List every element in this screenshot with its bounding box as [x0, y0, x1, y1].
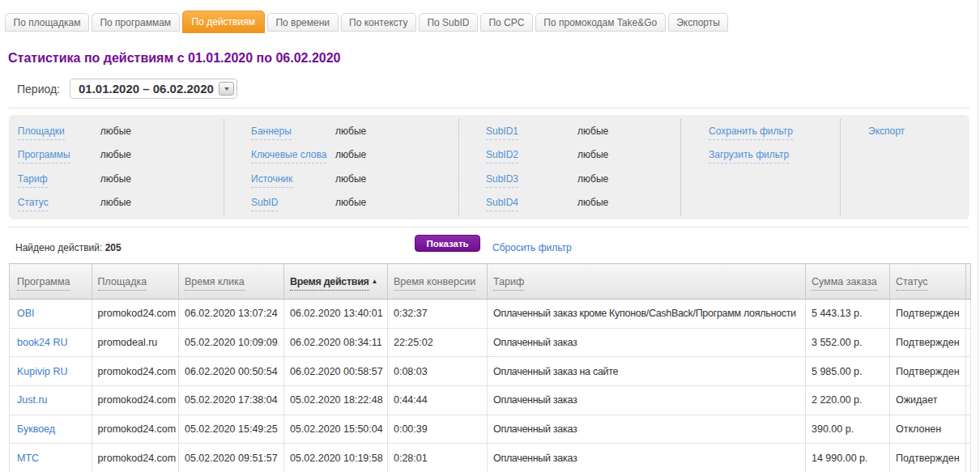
- table-header-row: ПрограммаПлощадкаВремя кликаВремя действ…: [10, 264, 971, 300]
- program-link[interactable]: Just.ru: [17, 394, 48, 406]
- cell-order-amount: 3 552.00 р.: [805, 328, 889, 357]
- cell-program: book24 RU: [10, 328, 92, 357]
- filter-column-separator: [458, 119, 459, 215]
- program-link[interactable]: МТС: [17, 453, 39, 464]
- filter-panel: ПлощадкилюбыеПрограммылюбыеТарифлюбыеСта…: [9, 115, 969, 219]
- date-range-input[interactable]: 01.01.2020 – 06.02.2020: [70, 79, 237, 99]
- filter-value-subid4: любые: [577, 197, 608, 208]
- tab-exports[interactable]: Экспорты: [668, 13, 729, 32]
- cell-platform: promokod24.com: [92, 415, 178, 444]
- cell-status: Подтвержден: [889, 328, 965, 357]
- filter-link-programs[interactable]: Программы: [18, 149, 70, 164]
- cell-platform: promokod24.com: [92, 444, 178, 472]
- tab-by-platforms[interactable]: По площадкам: [5, 13, 89, 32]
- tab-by-programs[interactable]: По программам: [92, 13, 180, 32]
- cell-order-amount: 14 990.00 р.: [805, 444, 889, 472]
- program-link[interactable]: book24 RU: [17, 337, 68, 348]
- separator-bottom: [9, 227, 969, 227]
- sort-link-status[interactable]: Статус: [896, 276, 928, 291]
- reset-filter-link[interactable]: Сбросить фильтр: [492, 242, 572, 253]
- cell-status: Отклонен: [889, 415, 965, 444]
- filter-link-export[interactable]: Экспорт: [868, 125, 905, 139]
- cell-cutoff: [965, 300, 970, 329]
- tab-by-context[interactable]: По контексту: [341, 13, 416, 32]
- column-header-click-time: Время клика: [178, 264, 283, 300]
- filter-link-banners[interactable]: Баннеры: [251, 125, 292, 140]
- filter-value-keywords: любые: [335, 149, 366, 160]
- filter-value-banners: любые: [335, 125, 366, 137]
- filter-link-tariff[interactable]: Тариф: [18, 173, 48, 188]
- date-range-dropdown-button[interactable]: [219, 82, 234, 96]
- sort-link-program[interactable]: Программа: [17, 276, 70, 291]
- cell-status: Подтвержден: [889, 357, 965, 386]
- filter-link-status[interactable]: Статус: [18, 197, 49, 211]
- cell-program: Just.ru: [10, 386, 92, 415]
- cell-status: Подтвержден: [889, 300, 965, 329]
- cell-platform: promodeal.ru: [92, 328, 178, 357]
- cell-conversion-time: 0:08:03: [387, 357, 487, 386]
- filter-row: Тарифлюбые: [18, 173, 70, 197]
- sort-link-click-time[interactable]: Время клика: [185, 276, 245, 291]
- filter-link-subid[interactable]: SubID: [251, 197, 278, 211]
- filter-value-subid1: любые: [577, 125, 608, 137]
- sort-link-tariff[interactable]: Тариф: [493, 276, 524, 291]
- cell-action-time: 06.02.2020 00:58:57: [283, 357, 387, 386]
- found-actions-text: Найдено действий: 205: [15, 242, 121, 253]
- filter-link-subid2[interactable]: SubID2: [486, 149, 518, 164]
- cell-program: Kupivip RU: [10, 357, 92, 386]
- column-header-program: Программа: [10, 264, 92, 300]
- period-row: Период: 01.01.2020 – 06.02.2020: [17, 79, 237, 99]
- filter-link-keywords[interactable]: Ключевые слова: [251, 149, 326, 164]
- cell-cutoff: [965, 328, 970, 357]
- filter-value-status: любые: [100, 197, 131, 208]
- cell-tariff: Оплаченный заказ на сайте: [487, 357, 805, 386]
- filter-value-programs: любые: [100, 149, 131, 160]
- chevron-down-icon: [224, 87, 229, 91]
- filter-link-subid4[interactable]: SubID4: [486, 197, 518, 211]
- filter-link-load-filter[interactable]: Загрузить фильтр: [709, 149, 789, 164]
- table-row: МТСpromokod24.com05.02.2020 09:51:5705.0…: [10, 444, 971, 472]
- table-body: OBIpromokod24.com06.02.2020 13:07:2406.0…: [10, 300, 971, 472]
- filter-link-subid3[interactable]: SubID3: [486, 173, 518, 188]
- column-header-conversion-time: Время конверсии: [387, 264, 487, 300]
- filter-row: Экспорт: [868, 125, 905, 149]
- filter-column-3: SubID1любыеSubID2любыеSubID3любыеSubID4л…: [486, 125, 518, 221]
- filter-link-platforms[interactable]: Площадки: [18, 125, 65, 140]
- cell-order-amount: 5 443.13 р.: [805, 300, 889, 329]
- program-link[interactable]: Буквоед: [17, 423, 55, 435]
- tab-by-actions[interactable]: По действиям: [182, 11, 265, 33]
- program-link[interactable]: OBI: [17, 308, 35, 319]
- tab-by-promocodes-takego[interactable]: По промокодам Take&Go: [535, 13, 666, 32]
- filter-row: Статуслюбые: [18, 197, 70, 220]
- found-actions-count: 205: [105, 242, 121, 253]
- cell-tariff: Оплаченный заказ: [487, 415, 805, 444]
- filter-row: SubID2любые: [486, 149, 518, 172]
- filter-column-4: Сохранить фильтрЗагрузить фильтр: [709, 125, 793, 173]
- page-edge-line: [978, 0, 978, 472]
- filter-link-subid1[interactable]: SubID1: [486, 125, 518, 140]
- sort-link-order-amount[interactable]: Сумма заказа: [812, 276, 877, 291]
- cell-action-time: 06.02.2020 13:40:01: [283, 300, 387, 329]
- show-button[interactable]: Показать: [415, 235, 480, 252]
- table-row: Буквоедpromokod24.com05.02.2020 15:49:25…: [10, 415, 971, 444]
- filter-row: SubID1любые: [486, 125, 518, 149]
- cell-order-amount: 390.00 р.: [805, 415, 889, 444]
- program-link[interactable]: Kupivip RU: [17, 366, 68, 377]
- tab-by-time[interactable]: По времени: [267, 13, 339, 32]
- tab-by-cpc[interactable]: По CPC: [480, 13, 533, 32]
- column-header-platform: Площадка: [92, 264, 178, 300]
- filter-link-source[interactable]: Источник: [251, 173, 292, 188]
- filter-row: Загрузить фильтр: [709, 149, 793, 172]
- tab-bar: По площадкамПо программамПо действиямПо …: [5, 11, 731, 33]
- filter-link-save-filter[interactable]: Сохранить фильтр: [709, 125, 793, 140]
- filter-value-subid2: любые: [577, 149, 608, 160]
- sort-link-action-time[interactable]: Время действия: [290, 276, 369, 291]
- separator-top: [9, 108, 969, 108]
- filter-value-subid3: любые: [577, 173, 608, 185]
- column-header-order-amount: Сумма заказа: [805, 264, 889, 300]
- sort-link-platform[interactable]: Площадка: [98, 276, 147, 291]
- tab-by-subid[interactable]: По SubID: [419, 13, 478, 32]
- cell-action-time: 05.02.2020 15:50:04: [283, 415, 387, 444]
- sort-link-conversion-time[interactable]: Время конверсии: [394, 276, 475, 291]
- cell-click-time: 05.02.2020 15:49:25: [178, 415, 283, 444]
